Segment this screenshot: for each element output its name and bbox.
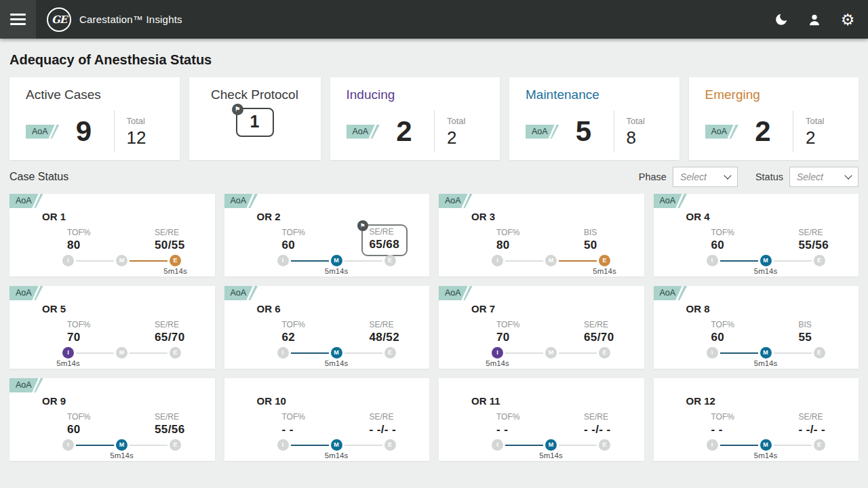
or-name: OR 11 (439, 378, 644, 407)
phase-dot-inducing: I (492, 255, 503, 266)
metric-tof: TOF% 70 (67, 320, 155, 344)
phase-line (344, 352, 382, 354)
hamburger-menu-icon[interactable] (0, 0, 36, 39)
phase-timer: 5m14s (163, 267, 187, 275)
or-card-4[interactable]: AoA OR 4 TOF% 60 SE/RE 55/56 I M 5m14s E (654, 194, 859, 277)
phase-line (76, 260, 114, 262)
total-label: Total (447, 116, 490, 126)
phase-dot-maintenance: M (116, 347, 127, 359)
metric-sere: SE/RE 65/70 (584, 320, 614, 344)
or-card-12[interactable]: OR 12 TOF% - - SE/RE - -/- - I M 5m14s E (654, 378, 859, 461)
metric-tof: TOF% 80 (67, 228, 155, 252)
metric-bis: BIS 50 (584, 228, 597, 252)
metric-tof: TOF% - - (282, 412, 370, 436)
or-card-3[interactable]: AoA OR 3 TOF% 80 BIS 50 I M E 5m14s (439, 194, 644, 277)
total-count: 2 (806, 127, 849, 148)
ge-logo: GE (47, 7, 71, 32)
status-select[interactable]: Select (789, 167, 859, 187)
or-card-6[interactable]: AoA OR 6 TOF% 62 SE/RE 48/52 I M 5m14s E (224, 286, 430, 369)
phase-track: I M 5m14s E (224, 439, 430, 451)
or-card-1[interactable]: AoA OR 1 TOF% 80 SE/RE 50/55 I M E 5m14s (9, 194, 215, 277)
metric-sere: SE/RE 65/70 (155, 320, 185, 344)
phase-timer: 5m14s (754, 267, 778, 275)
status-filter: Status Select (755, 167, 859, 187)
phase-dot-maintenance: M (116, 255, 127, 266)
total-label: Total (627, 116, 670, 126)
flag-icon: ⚑ (232, 104, 243, 115)
metric-sere-flagged[interactable]: ⚑ SE/RE 65/68 (361, 224, 408, 256)
aoa-badge: AoA (26, 125, 60, 139)
summary-card-inducing[interactable]: Inducing AoA 2 Total 2 (330, 77, 500, 160)
phase-dot-emerging: E (599, 439, 610, 451)
metric-sere: SE/RE 55/56 (799, 228, 829, 252)
phase-dot-inducing: I (62, 347, 74, 359)
phase-timer: 5m14s (325, 451, 349, 460)
phase-dot-inducing: I (62, 255, 74, 266)
total-label: Total (806, 116, 849, 126)
or-card-9[interactable]: AoA OR 9 TOF% 60 SE/RE 55/56 I M 5m14s E (9, 378, 215, 461)
phase-line (505, 260, 543, 262)
or-card-2[interactable]: AoA OR 2 TOF% 60 ⚑ SE/RE 65/68 I M 5m14s… (224, 194, 430, 277)
phase-line (559, 260, 597, 262)
phase-timer: 5m14s (325, 267, 349, 275)
summary-card-maintenance[interactable]: Maintenance AoA 5 Total 8 (509, 77, 679, 160)
summary-card-title: Inducing (347, 87, 500, 102)
divider (793, 110, 793, 152)
case-status-bar: Case Status Phase Select Status Select (9, 160, 859, 194)
phase-timer: 5m14s (754, 359, 778, 367)
check-protocol-count-box[interactable]: ⚑ 1 (236, 108, 274, 137)
phase-track: I M 5m14s E (9, 439, 215, 451)
summary-card-title: Emerging (705, 87, 859, 102)
phase-select[interactable]: Select (673, 167, 738, 187)
or-card-5[interactable]: AoA OR 5 TOF% 70 SE/RE 65/70 I 5m14s M E (9, 286, 215, 369)
phase-timer: 5m14s (325, 359, 349, 367)
phase-dot-inducing: I (707, 347, 718, 359)
phase-dot-emerging: E (599, 255, 610, 266)
dark-mode-moon-icon[interactable] (773, 12, 789, 28)
phase-timer: 5m14s (110, 451, 134, 460)
or-card-7[interactable]: AoA OR 7 TOF% 70 SE/RE 65/70 I 5m14s M E (439, 286, 644, 369)
phase-dot-emerging: E (170, 347, 181, 359)
phase-track: I M 5m14s E (654, 439, 859, 451)
phase-track: I 5m14s M E (9, 347, 215, 359)
metric-tof: TOF% - - (496, 412, 584, 436)
top-app-bar: GE Carestation™ Insights ⚙ (0, 0, 868, 39)
aoa-count: 9 (76, 117, 92, 146)
metric-sere: SE/RE - -/- - (370, 412, 397, 436)
phase-line (774, 260, 812, 262)
phase-dot-maintenance: M (760, 347, 772, 359)
or-card-11[interactable]: OR 11 TOF% - - SE/RE - -/- - I M 5m14s E (439, 378, 644, 461)
phase-line (774, 352, 812, 354)
phase-filter: Phase Select (639, 167, 738, 187)
flag-icon: ⚑ (357, 220, 368, 231)
total-count: 2 (447, 127, 490, 148)
summary-card-check-protocol[interactable]: Check Protocol ⚑ 1 (189, 77, 321, 160)
total-count: 12 (127, 127, 170, 148)
phase-line (76, 445, 114, 446)
summary-card-active-cases[interactable]: Active Cases AoA 9 Total 12 (9, 77, 180, 160)
phase-track: I M E 5m14s (9, 255, 215, 266)
metric-tof: TOF% 70 (496, 320, 584, 344)
or-card-8[interactable]: AoA OR 8 TOF% 60 BIS 55 I M 5m14s E (654, 286, 859, 369)
phase-timer: 5m14s (539, 451, 563, 460)
phase-line (344, 260, 382, 262)
or-card-10[interactable]: OR 10 TOF% - - SE/RE - -/- - I M 5m14s E (224, 378, 430, 461)
metric-bis: BIS 55 (799, 320, 812, 344)
phase-track: I 5m14s M E (439, 347, 644, 359)
summary-card-emerging[interactable]: Emerging AoA 2 Total 2 (689, 77, 859, 160)
divider (614, 110, 614, 152)
phase-line (130, 445, 167, 446)
phase-dot-maintenance: M (331, 255, 342, 266)
phase-filter-label: Phase (639, 171, 667, 182)
settings-gear-icon[interactable]: ⚙ (840, 12, 856, 28)
summary-card-title: Active Cases (26, 87, 180, 102)
user-profile-icon[interactable] (806, 12, 823, 28)
phase-dot-inducing: I (277, 255, 289, 266)
phase-dot-emerging: E (384, 347, 396, 359)
phase-dot-maintenance: M (116, 439, 127, 451)
phase-dot-maintenance: M (545, 439, 557, 451)
summary-card-title: Check Protocol (189, 87, 321, 102)
phase-track: I M 5m14s E (224, 347, 430, 359)
metric-sere: SE/RE - -/- - (799, 412, 826, 436)
status-select-value: Select (797, 171, 823, 182)
